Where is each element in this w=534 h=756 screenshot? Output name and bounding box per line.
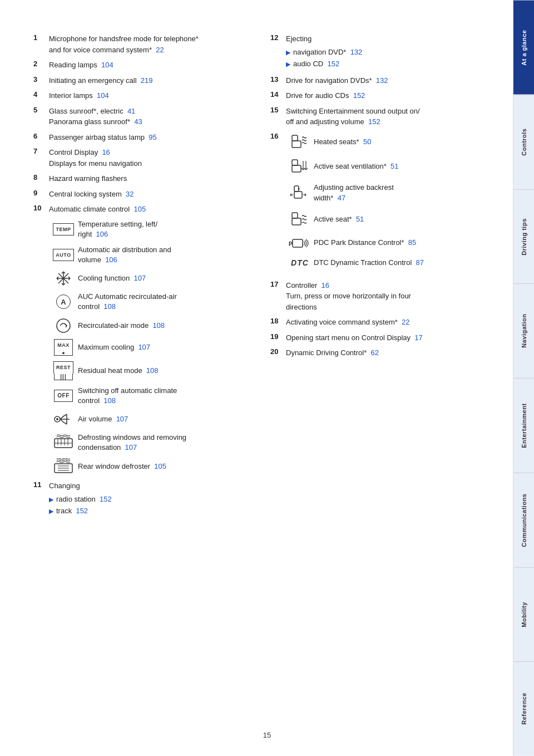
auc-icon: A: [49, 294, 78, 309]
symbol-desc: Air volume 107: [78, 414, 128, 424]
symbol-row-auc: A AUC Automatic recirculated-aircontrol …: [49, 292, 248, 312]
item-text: Automatic climate control 105: [49, 205, 146, 213]
item-content: Heated seats* 50: [286, 132, 485, 276]
item-number: 4: [33, 90, 49, 99]
seat-vent-icon: [286, 158, 314, 175]
item-number: 13: [270, 75, 286, 84]
symbol-desc: PDC Park Distance Control* 85: [314, 237, 416, 248]
item-text: Initiating an emergency call 219: [49, 76, 152, 85]
item-content: Microphone for handsfree mode for teleph…: [49, 33, 248, 55]
symbol-desc: AUC Automatic recirculated-aircontrol 10…: [78, 292, 177, 312]
item-content: Interior lamps 104: [49, 90, 248, 101]
sidebar-tab-driving-tips[interactable]: Driving tips: [513, 189, 534, 284]
dtc-icon: DTC: [286, 257, 314, 269]
item-number: 5: [33, 106, 49, 114]
item-text: Opening start menu on Control Display 17: [286, 333, 423, 342]
item-content: Central locking system 32: [49, 189, 248, 200]
item-text: Microphone for handsfree mode for teleph…: [49, 35, 199, 43]
item-content: Opening start menu on Control Display 17: [286, 332, 485, 343]
sidebar-tab-entertainment[interactable]: Entertainment: [513, 378, 534, 473]
item-text: Interior lamps 104: [49, 91, 109, 100]
sub-item: ▶ radio station 152: [49, 494, 248, 505]
symbol-desc: Recirculated-air mode 108: [78, 321, 165, 331]
item-number: 15: [270, 106, 286, 114]
svg-rect-29: [292, 160, 298, 165]
item-number: 17: [270, 280, 286, 288]
sub-list: ▶ navigation DVD* 132 ▶ audio CD 152: [286, 47, 485, 70]
item-content: Glass sunroof*, electric 41 Panorama gla…: [49, 106, 248, 127]
symbol-desc: Residual heat mode 108: [78, 366, 159, 376]
item-text: Drive for navigation DVDs* 132: [286, 76, 388, 85]
symbol-row-heated-seat: Heated seats* 50: [286, 133, 485, 151]
symbol-row-cooling: Cooling function 107: [49, 271, 248, 286]
backrest-icon: [286, 184, 314, 202]
item-content: Switching Entertainment sound output on/…: [286, 106, 485, 127]
list-item: 4 Interior lamps 104: [33, 90, 248, 101]
sidebar-tab-reference[interactable]: Reference: [513, 661, 534, 756]
arrow-icon: ▶: [286, 60, 290, 69]
item-number: 19: [270, 332, 286, 341]
right-column: 12 Ejecting ▶ navigation DVD* 132 ▶ audi…: [270, 33, 485, 522]
defrost-icon: [49, 434, 78, 451]
sidebar-tab-communications[interactable]: Communications: [513, 473, 534, 567]
sub-text: radio station 152: [56, 494, 112, 505]
item-continuation: and for voice command system* 22: [49, 46, 164, 54]
svg-rect-38: [292, 213, 298, 218]
sidebar-tab-mobility[interactable]: Mobility: [513, 567, 534, 662]
heated-seat-icon: [286, 133, 314, 151]
item-number: 16: [270, 132, 286, 140]
sub-text: navigation DVD* 132: [293, 47, 362, 58]
list-item: 5 Glass sunroof*, electric 41 Panorama g…: [33, 106, 248, 127]
item-text: Dynamic Driving Control* 62: [286, 348, 379, 357]
svg-point-36: [298, 188, 300, 190]
item-content: Drive for navigation DVDs* 132: [286, 75, 485, 86]
climate-symbols: TEMP Temperature setting, left/right 106…: [49, 219, 248, 475]
symbol-desc: Active seat* 51: [314, 214, 364, 225]
max-icon: MAX ●: [49, 339, 78, 356]
rest-icon: REST |||: [49, 361, 78, 380]
sidebar-tab-navigation[interactable]: Navigation: [513, 283, 534, 378]
pdc-icon: P: [286, 235, 314, 251]
item-text-2: Panorama glass sunroof* 43: [49, 117, 142, 126]
item-number: 2: [33, 60, 49, 68]
item-number: 12: [270, 33, 286, 42]
auto-icon: AUTO: [49, 249, 78, 261]
item-content: Passenger airbag status lamp 95: [49, 132, 248, 143]
item-content: Drive for audio CDs 152: [286, 90, 485, 101]
arrow-icon: ▶: [49, 507, 53, 516]
item-content: Dynamic Driving Control* 62: [286, 347, 485, 359]
symbol-row-temp: TEMP Temperature setting, left/right 106: [49, 219, 248, 239]
item-content: Automatic climate control 105: [49, 204, 248, 215]
sub-item: ▶ audio CD 152: [286, 58, 485, 70]
symbol-desc: Heated seats* 50: [314, 136, 371, 148]
temp-icon: TEMP: [49, 223, 78, 235]
symbol-desc: Switching off automatic climatecontrol 1…: [78, 386, 177, 406]
symbol-desc: Defrosting windows and removingcondensat…: [78, 433, 186, 453]
symbol-desc: Maximum cooling 107: [78, 342, 150, 352]
list-item: 3 Initiating an emergency call 219: [33, 75, 248, 86]
item-content: Control Display 16 Displays for menu nav…: [49, 147, 248, 169]
svg-rect-28: [292, 165, 301, 172]
sub-item: ▶ track 152: [49, 505, 248, 517]
item-text: Glass sunroof*, electric 41: [49, 107, 135, 115]
list-item-18: 18 Activating voice command system* 22: [270, 317, 485, 328]
list-item: 7 Control Display 16 Displays for menu n…: [33, 147, 248, 169]
item-number: 14: [270, 90, 286, 99]
cooling-icon: [49, 271, 78, 286]
sidebar-tab-controls[interactable]: Controls: [513, 95, 534, 189]
list-item-11: 11 Changing ▶ radio station 152 ▶ track …: [33, 480, 248, 518]
seat-symbols: Heated seats* 50: [286, 133, 485, 269]
symbol-desc: Active seat ventilation* 51: [314, 161, 399, 172]
svg-rect-37: [292, 218, 301, 225]
item-text: Switching Entertainment sound output on/…: [286, 107, 420, 126]
symbol-row-off: OFF Switching off automatic climatecontr…: [49, 386, 248, 406]
item-content: Reading lamps 104: [49, 60, 248, 71]
item-text: Central locking system 32: [49, 190, 134, 198]
list-item: 1 Microphone for handsfree mode for tele…: [33, 33, 248, 55]
symbol-desc: Adjusting active backrestwidth* 47: [314, 182, 394, 204]
symbol-row-backrest: Adjusting active backrestwidth* 47: [286, 182, 485, 204]
item-content: Hazard warning flashers: [49, 173, 248, 184]
arrow-icon: ▶: [49, 495, 53, 504]
sidebar-tab-at-a-glance[interactable]: At a glance: [513, 0, 534, 95]
svg-text:P: P: [289, 241, 293, 247]
